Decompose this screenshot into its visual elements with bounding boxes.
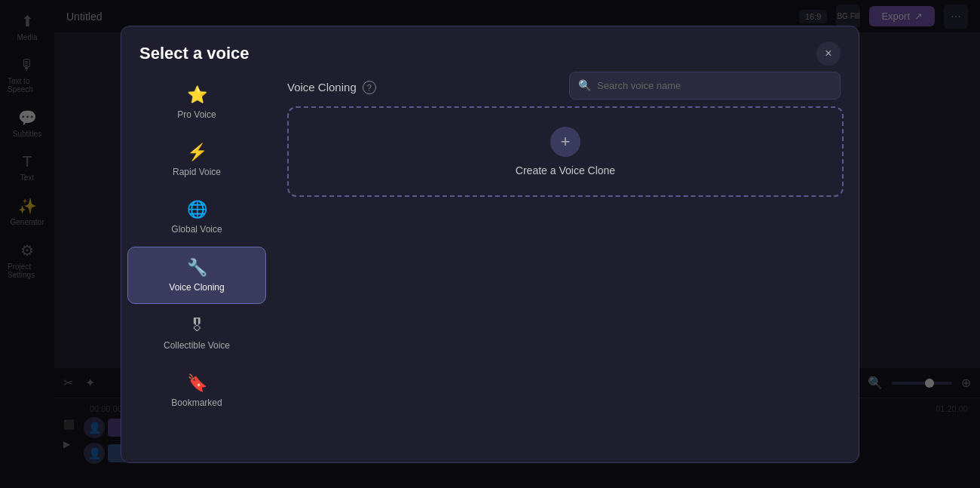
voice-section-title-text: Voice Cloning — [287, 81, 357, 94]
modal-title: Select a voice — [139, 44, 250, 63]
plus-icon: + — [550, 127, 580, 157]
voice-category-sidebar: ⭐ Pro Voice ⚡ Rapid Voice 🌐 Global Voice… — [121, 66, 272, 462]
voice-cloning-label: Voice Cloning — [169, 282, 224, 293]
voice-cat-collectible-voice[interactable]: 🎖 Collectible Voice — [127, 305, 266, 361]
voice-cat-bookmarked[interactable]: 🔖 Bookmarked — [127, 363, 266, 419]
voice-cat-voice-cloning[interactable]: 🔧 Voice Cloning — [127, 247, 266, 304]
voice-cat-global-voice[interactable]: 🌐 Global Voice — [127, 189, 266, 245]
voice-content-area: Voice Cloning ? + Create a Voice Clone — [272, 66, 859, 462]
create-clone-label: Create a Voice Clone — [516, 164, 615, 176]
voice-cat-pro-voice[interactable]: ⭐ Pro Voice — [127, 75, 266, 130]
modal-body: ⭐ Pro Voice ⚡ Rapid Voice 🌐 Global Voice… — [121, 66, 859, 462]
search-voice-input[interactable] — [569, 72, 841, 100]
help-icon[interactable]: ? — [363, 81, 376, 94]
search-wrap: 🔍 — [569, 72, 841, 100]
global-voice-icon: 🌐 — [187, 200, 207, 219]
pro-voice-icon: ⭐ — [187, 85, 207, 105]
global-voice-label: Global Voice — [171, 224, 222, 235]
rapid-voice-icon: ⚡ — [187, 143, 207, 162]
modal-overlay: Select a voice × 🔍 ⭐ Pro Voice ⚡ — [0, 0, 980, 488]
modal-header: Select a voice × — [121, 26, 859, 66]
search-bar-container: 🔍 — [569, 72, 841, 100]
create-voice-clone-card[interactable]: + Create a Voice Clone — [287, 106, 844, 197]
rapid-voice-label: Rapid Voice — [173, 167, 221, 177]
pro-voice-label: Pro Voice — [177, 109, 216, 120]
select-voice-modal: Select a voice × 🔍 ⭐ Pro Voice ⚡ — [121, 26, 859, 463]
help-icon-label: ? — [367, 83, 372, 92]
modal-close-button[interactable]: × — [816, 41, 841, 66]
search-icon: 🔍 — [578, 79, 591, 91]
bookmarked-icon: 🔖 — [187, 373, 207, 393]
bookmarked-label: Bookmarked — [171, 397, 222, 408]
collectible-voice-icon: 🎖 — [188, 316, 205, 336]
voice-cat-rapid-voice[interactable]: ⚡ Rapid Voice — [127, 132, 266, 188]
close-icon: × — [825, 47, 831, 60]
voice-cloning-icon: 🔧 — [187, 258, 207, 278]
collectible-voice-label: Collectible Voice — [164, 340, 230, 351]
